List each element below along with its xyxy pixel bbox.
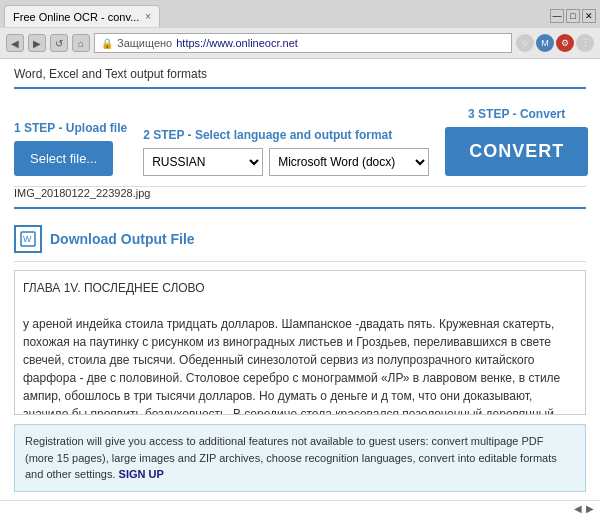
sign-up-link[interactable]: SIGN UP (119, 468, 164, 480)
tab-bar: Free Online OCR - conv... × — □ ✕ (0, 0, 600, 28)
scroll-right-arrow[interactable]: ▶ (584, 503, 596, 514)
tab-close-button[interactable]: × (145, 11, 151, 22)
section-divider (14, 207, 586, 209)
forward-button[interactable]: ▶ (28, 34, 46, 52)
menu-icon[interactable]: ⋮ (576, 34, 594, 52)
minimize-button[interactable]: — (550, 9, 564, 23)
home-button[interactable]: ⌂ (72, 34, 90, 52)
download-link[interactable]: Download Output File (50, 231, 195, 247)
scroll-left-arrow[interactable]: ◀ (572, 503, 584, 514)
toolbar-icons: ☆ M ⚙ ⋮ (516, 34, 594, 52)
download-section: W Download Output File (14, 217, 586, 262)
step3-block: 3 STEP - Convert CONVERT (445, 107, 588, 176)
maximize-button[interactable]: □ (566, 9, 580, 23)
step2-label: 2 STEP - Select language and output form… (143, 128, 392, 142)
text-output-area[interactable] (14, 270, 586, 415)
step1-block: 1 STEP - Upload file Select file... (14, 121, 127, 176)
browser-chrome: Free Online OCR - conv... × — □ ✕ ◀ ▶ ↺ … (0, 0, 600, 59)
convert-button[interactable]: CONVERT (445, 127, 588, 176)
svg-text:W: W (23, 234, 32, 244)
window-controls: — □ ✕ (550, 9, 596, 23)
back-button[interactable]: ◀ (6, 34, 24, 52)
address-bar[interactable]: 🔒 Защищено https://www.onlineocr.net (94, 33, 512, 53)
format-select[interactable]: Microsoft Word (docx) Microsoft Excel (x… (269, 148, 429, 176)
page-subtitle: Word, Excel and Text output formats (14, 67, 586, 89)
tab-title: Free Online OCR - conv... (13, 11, 139, 23)
steps-container: 1 STEP - Upload file Select file... 2 ST… (14, 101, 586, 187)
page-content: Word, Excel and Text output formats 1 ST… (0, 59, 600, 516)
horizontal-scrollbar[interactable]: ◀ ▶ (0, 500, 600, 516)
lock-icon: 🔒 (101, 38, 113, 49)
security-label: Защищено (117, 37, 172, 49)
active-tab[interactable]: Free Online OCR - conv... × (4, 5, 160, 27)
registration-notice: Registration will give you access to add… (14, 424, 586, 492)
page-inner: Word, Excel and Text output formats 1 ST… (0, 59, 600, 500)
select-file-button[interactable]: Select file... (14, 141, 113, 176)
filename-label: IMG_20180122_223928.jpg (14, 187, 586, 199)
close-button[interactable]: ✕ (582, 9, 596, 23)
registration-text: Registration will give you access to add… (25, 435, 557, 480)
star-icon[interactable]: ☆ (516, 34, 534, 52)
step1-label: 1 STEP - Upload file (14, 121, 127, 135)
language-select[interactable]: RUSSIAN ENGLISH GERMAN FRENCH SPANISH (143, 148, 263, 176)
url-text: https://www.onlineocr.net (176, 37, 298, 49)
step3-label: 3 STEP - Convert (468, 107, 565, 121)
extensions-icon[interactable]: ⚙ (556, 34, 574, 52)
download-icon: W (14, 225, 42, 253)
address-bar-row: ◀ ▶ ↺ ⌂ 🔒 Защищено https://www.onlineocr… (0, 28, 600, 58)
refresh-button[interactable]: ↺ (50, 34, 68, 52)
step2-block: 2 STEP - Select language and output form… (143, 128, 429, 176)
profile-icon[interactable]: M (536, 34, 554, 52)
